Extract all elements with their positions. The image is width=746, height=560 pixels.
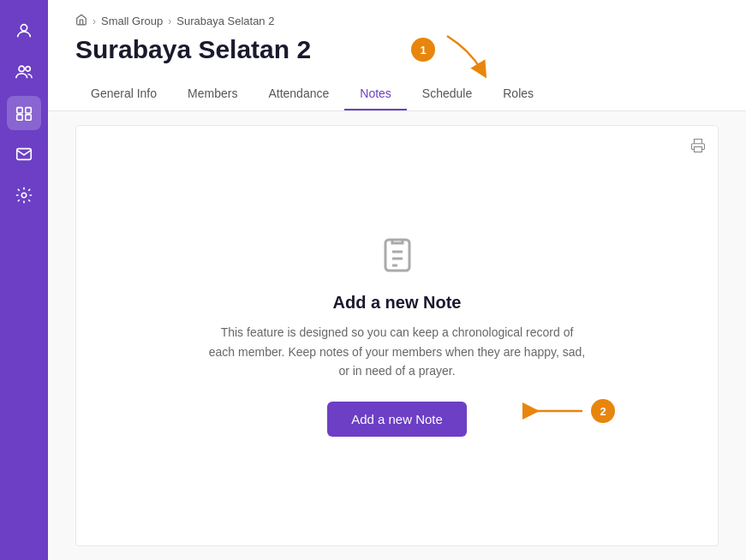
svg-rect-6 bbox=[26, 115, 31, 120]
groups-icon[interactable] bbox=[7, 96, 41, 130]
tab-general-info[interactable]: General Info bbox=[75, 78, 172, 110]
tab-members[interactable]: Members bbox=[172, 78, 253, 110]
svg-rect-4 bbox=[26, 108, 31, 113]
print-icon[interactable] bbox=[690, 138, 706, 157]
sidebar bbox=[0, 0, 48, 560]
main-content: › Small Group › Surabaya Selatan 2 Surab… bbox=[48, 0, 746, 560]
home-breadcrumb[interactable] bbox=[75, 14, 87, 28]
content-panel: Add a new Note This feature is designed … bbox=[75, 125, 719, 546]
add-note-button[interactable]: Add a new Note bbox=[327, 402, 467, 437]
svg-point-0 bbox=[21, 25, 27, 31]
tab-roles[interactable]: Roles bbox=[487, 78, 549, 110]
breadcrumb-small-group[interactable]: Small Group bbox=[101, 15, 163, 27]
tab-notes[interactable]: Notes bbox=[344, 78, 407, 110]
mail-icon[interactable] bbox=[7, 137, 41, 171]
breadcrumb-sep-2: › bbox=[168, 15, 171, 27]
person-icon[interactable] bbox=[7, 14, 41, 48]
breadcrumb-page: Surabaya Selatan 2 bbox=[176, 15, 274, 27]
svg-point-8 bbox=[21, 193, 27, 198]
clipboard-icon bbox=[377, 235, 418, 279]
svg-rect-5 bbox=[17, 115, 22, 120]
breadcrumb: › Small Group › Surabaya Selatan 2 bbox=[75, 14, 719, 28]
settings-icon[interactable] bbox=[7, 178, 41, 212]
svg-point-1 bbox=[19, 66, 24, 71]
top-area: › Small Group › Surabaya Selatan 2 Surab… bbox=[48, 0, 746, 111]
empty-description: This feature is designed so you can keep… bbox=[209, 323, 586, 380]
empty-state: Add a new Note This feature is designed … bbox=[76, 126, 718, 545]
svg-point-2 bbox=[26, 67, 31, 72]
tab-attendance[interactable]: Attendance bbox=[253, 78, 344, 110]
breadcrumb-sep-1: › bbox=[93, 15, 96, 27]
people-icon[interactable] bbox=[7, 55, 41, 89]
svg-rect-3 bbox=[17, 108, 22, 113]
tab-schedule[interactable]: Schedule bbox=[407, 78, 487, 110]
tabs: General Info Members Attendance Notes Sc… bbox=[75, 78, 719, 110]
empty-title: Add a new Note bbox=[332, 293, 461, 313]
svg-rect-9 bbox=[695, 147, 702, 152]
page-title: Surabaya Selatan 2 bbox=[75, 35, 719, 64]
